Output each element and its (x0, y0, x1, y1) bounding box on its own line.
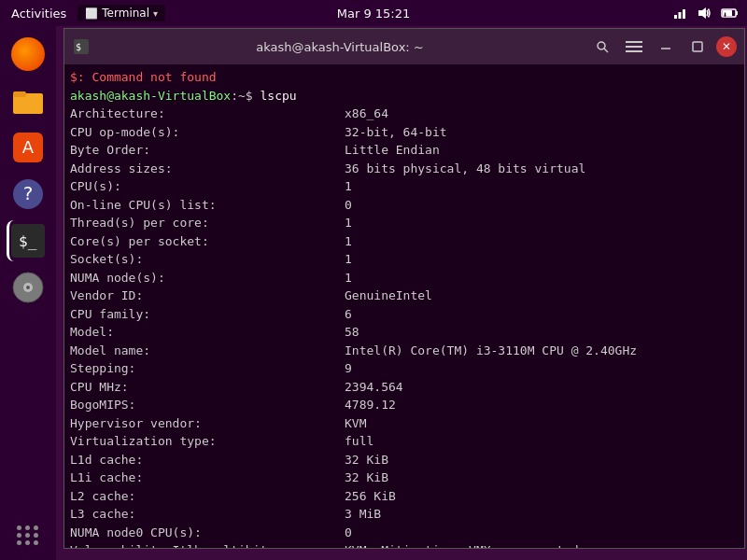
sidebar-item-dvd[interactable] (7, 267, 49, 308)
lscpu-row: Socket(s):1 (70, 250, 739, 269)
lscpu-row: L1i cache:32 KiB (70, 469, 739, 487)
terminal-tab-label: Terminal (102, 7, 149, 20)
terminal-content[interactable]: $: Command not found akash@akash-Virtual… (64, 64, 744, 548)
lscpu-value: 36 bits physical, 48 bits virtual (345, 160, 585, 178)
lscpu-label: Byte Order: (70, 141, 341, 160)
lscpu-value: KVM (345, 414, 366, 433)
lscpu-value: Intel(R) Core(TM) i3-3110M CPU @ 2.40GHz (345, 342, 637, 360)
lscpu-value: 1 (345, 269, 352, 287)
error-line: $: Command not found (70, 68, 739, 87)
topbar: Activities ⬜ Terminal ▾ Mar 9 15:21 ⬇ (0, 0, 747, 26)
svg-text:⬇: ⬇ (723, 11, 727, 18)
lscpu-row: Model name:Intel(R) Core(TM) i3-3110M CP… (70, 342, 739, 360)
lscpu-value: 256 KiB (345, 487, 396, 506)
lscpu-row: Architecture:x86_64 (70, 105, 739, 123)
lscpu-value: 1 (345, 250, 352, 269)
lscpu-label: Thread(s) per core: (70, 214, 341, 232)
svg-rect-2 (683, 9, 685, 19)
minimize-button[interactable] (653, 35, 679, 58)
terminal-tab-arrow: ▾ (153, 8, 158, 19)
sidebar-item-help[interactable]: ? (7, 174, 49, 215)
lscpu-value: 1 (345, 177, 352, 196)
lscpu-row: CPU op-mode(s):32-bit, 64-bit (70, 123, 739, 142)
lscpu-value: 1 (345, 214, 352, 232)
lscpu-row: NUMA node0 CPU(s):0 (70, 524, 739, 542)
lscpu-value: 4789.12 (345, 396, 396, 414)
lscpu-label: Architecture: (70, 105, 341, 123)
lscpu-label: CPU(s): (70, 177, 341, 196)
lscpu-value: 32 KiB (345, 469, 388, 487)
lscpu-row: Hypervisor vendor:KVM (70, 414, 739, 433)
terminal-window: $ akash@akash-VirtualBox: ~ (63, 28, 745, 549)
lscpu-row: BogoMIPS:4789.12 (70, 396, 739, 414)
lscpu-row: Vulnerability Itlb multihit:KVM: Mitigat… (70, 541, 739, 548)
battery-icon[interactable]: ⬇ (721, 6, 740, 21)
apps-grid-icon[interactable] (17, 525, 39, 545)
sidebar: A ? $_ (0, 26, 56, 560)
sidebar-item-appstore[interactable]: A (7, 127, 49, 168)
svg-rect-9 (13, 91, 26, 97)
lscpu-row: Vendor ID:GenuineIntel (70, 287, 739, 305)
terminal-tab[interactable]: ⬜ Terminal ▾ (78, 5, 165, 21)
lscpu-row: CPU(s):1 (70, 177, 739, 196)
lscpu-value: 32-bit, 64-bit (345, 123, 447, 142)
search-button[interactable] (589, 35, 615, 58)
lscpu-value: GenuineIntel (345, 287, 432, 305)
lscpu-label: On-line CPU(s) list: (70, 196, 341, 215)
sidebar-item-files[interactable] (7, 80, 49, 121)
lscpu-value: 0 (345, 196, 352, 215)
lscpu-row: Virtualization type:full (70, 432, 739, 451)
lscpu-label: NUMA node0 CPU(s): (70, 524, 341, 542)
svg-text:?: ? (23, 182, 34, 204)
window-title: akash@akash-VirtualBox: ~ (96, 40, 584, 54)
sidebar-item-firefox[interactable] (7, 34, 49, 75)
svg-line-22 (604, 49, 608, 52)
lscpu-label: BogoMIPS: (70, 396, 341, 414)
lscpu-row: CPU family:6 (70, 305, 739, 324)
sidebar-item-terminal[interactable]: $_ (7, 220, 48, 261)
lscpu-label: Core(s) per socket: (70, 232, 341, 251)
activities-button[interactable]: Activities (7, 5, 70, 22)
lscpu-row: Address sizes:36 bits physical, 48 bits … (70, 160, 739, 178)
terminal-tab-icon: ⬜ (85, 7, 98, 20)
svg-point-21 (598, 42, 605, 49)
close-button[interactable]: ✕ (716, 36, 737, 57)
lscpu-row: Core(s) per socket:1 (70, 232, 739, 251)
lscpu-row: CPU MHz:2394.564 (70, 378, 739, 397)
lscpu-value: KVM: Mitigation: VMX unsupported (345, 541, 578, 548)
lscpu-row: Model:58 (70, 323, 739, 342)
lscpu-label: L2 cache: (70, 487, 341, 506)
lscpu-value: full (345, 432, 374, 451)
lscpu-row: L3 cache:3 MiB (70, 505, 739, 524)
lscpu-row: On-line CPU(s) list:0 (70, 196, 739, 215)
lscpu-row: L2 cache:256 KiB (70, 487, 739, 506)
lscpu-label: CPU family: (70, 305, 341, 324)
lscpu-label: Socket(s): (70, 250, 341, 269)
command-text: lscpu (261, 89, 297, 103)
lscpu-label: L1d cache: (70, 451, 341, 469)
lscpu-row: NUMA node(s):1 (70, 269, 739, 287)
lscpu-label: L1i cache: (70, 469, 341, 487)
lscpu-value: 1 (345, 232, 352, 251)
svg-text:$_: $_ (19, 232, 37, 250)
terminal-window-icon: $ (72, 37, 91, 56)
lscpu-value: 6 (345, 305, 352, 324)
title-controls: ✕ (589, 35, 737, 58)
lscpu-label: Vendor ID: (70, 287, 341, 305)
svg-rect-1 (679, 12, 682, 19)
lscpu-row: Stepping:9 (70, 359, 739, 378)
menu-button[interactable] (621, 35, 647, 58)
svg-rect-0 (674, 15, 677, 19)
lscpu-label: CPU op-mode(s): (70, 123, 341, 142)
maximize-button[interactable] (684, 35, 711, 58)
lscpu-row: L1d cache:32 KiB (70, 451, 739, 469)
topbar-right: ⬇ (672, 6, 740, 21)
lscpu-value: 32 KiB (345, 451, 388, 469)
topbar-datetime: Mar 9 15:21 (337, 7, 411, 21)
lscpu-label: Model name: (70, 342, 341, 360)
command-line: akash@akash-VirtualBox:~$ lscpu (70, 87, 739, 105)
lscpu-label: Hypervisor vendor: (70, 414, 341, 433)
lscpu-label: Model: (70, 323, 341, 342)
network-icon[interactable] (672, 6, 687, 21)
speaker-icon[interactable] (697, 6, 712, 21)
